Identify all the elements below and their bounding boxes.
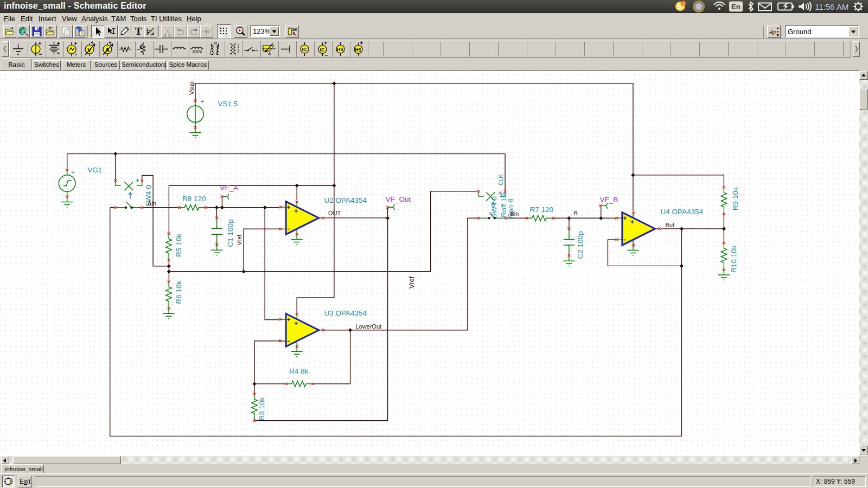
svg-text:Vsup: Vsup bbox=[188, 81, 195, 95]
svg-text:LowerOut: LowerOut bbox=[355, 323, 381, 330]
svg-text:R3 10k: R3 10k bbox=[258, 397, 266, 420]
svg-text:1K: 1K bbox=[292, 27, 297, 32]
svg-text:U4 OPA4354: U4 OPA4354 bbox=[660, 208, 703, 216]
svg-text:Ain: Ain bbox=[148, 200, 156, 207]
svg-text:VG1: VG1 bbox=[87, 166, 102, 174]
svg-text:R8 120: R8 120 bbox=[182, 195, 206, 203]
svg-text:R7 120: R7 120 bbox=[529, 206, 553, 214]
svg-text:VF_B: VF_B bbox=[599, 196, 618, 204]
svg-text:HS: HS bbox=[355, 47, 361, 53]
svg-text:VF_A: VF_A bbox=[220, 184, 238, 192]
svg-text:C1 100p: C1 100p bbox=[226, 219, 234, 247]
svg-text:OUT: OUT bbox=[328, 210, 341, 216]
svg-text:VF_Out: VF_Out bbox=[386, 195, 411, 203]
svg-text:R9 10k: R9 10k bbox=[731, 187, 739, 210]
svg-text:11:56 AM: 11:56 AM bbox=[815, 2, 848, 11]
svg-text:Bin: Bin bbox=[510, 210, 519, 217]
svg-text:IC: IC bbox=[320, 47, 326, 53]
svg-text:Vref: Vref bbox=[408, 276, 416, 288]
svg-text:4: 4 bbox=[682, 2, 685, 5]
svg-text:En: En bbox=[731, 3, 741, 11]
svg-text:IC: IC bbox=[302, 47, 308, 52]
svg-text:B: B bbox=[573, 210, 577, 216]
svg-text:CLK: CLK bbox=[497, 174, 504, 185]
svg-text:C2 100p: C2 100p bbox=[576, 231, 584, 259]
svg-text:R10 10k: R10 10k bbox=[730, 245, 738, 273]
svg-text:U3 OPA4354: U3 OPA4354 bbox=[324, 309, 367, 317]
svg-text:HS: HS bbox=[337, 47, 343, 52]
svg-text:Vref: Vref bbox=[236, 234, 242, 246]
svg-text:R6 10k: R6 10k bbox=[175, 280, 183, 304]
svg-text:SW4 0: SW4 0 bbox=[490, 196, 498, 219]
svg-text:VS1 5: VS1 5 bbox=[218, 100, 238, 108]
svg-text:R5 10k: R5 10k bbox=[175, 234, 183, 257]
svg-text:M: M bbox=[214, 41, 217, 45]
svg-text:Buf: Buf bbox=[665, 222, 674, 228]
svg-text:R4 8k: R4 8k bbox=[289, 367, 309, 375]
svg-text:U2 OPA4354: U2 OPA4354 bbox=[324, 196, 367, 204]
